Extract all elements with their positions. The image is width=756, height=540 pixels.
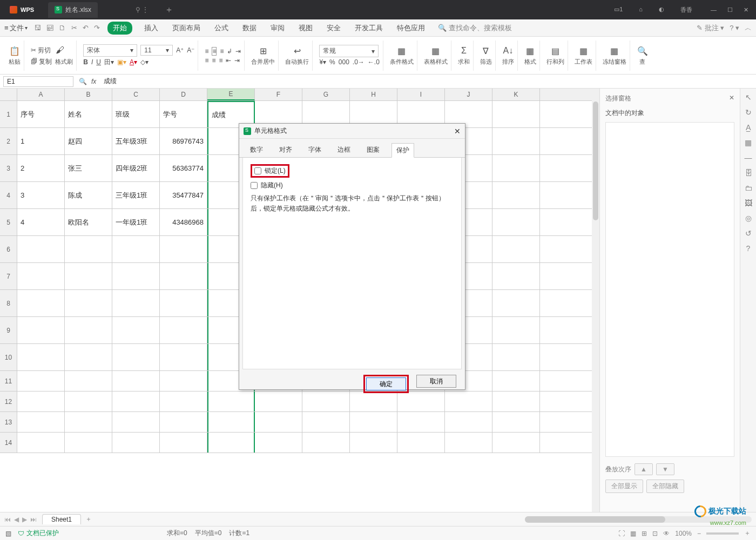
cell[interactable] (397, 412, 445, 432)
align-right-icon[interactable]: ≡ (219, 57, 222, 64)
file-tab[interactable]: 姓名.xlsx (48, 2, 98, 18)
filter-icon[interactable]: ∇ (480, 45, 492, 57)
cell[interactable] (17, 371, 65, 391)
cell[interactable] (65, 317, 112, 343)
cell[interactable] (207, 433, 255, 453)
row-header[interactable]: 3 (0, 155, 17, 181)
app-icon[interactable]: ▧ (5, 530, 11, 537)
cell[interactable]: 学号 (160, 101, 207, 127)
row-header[interactable]: 9 (0, 317, 17, 343)
col-J[interactable]: J (445, 89, 492, 100)
pane-close-icon[interactable]: ✕ (729, 94, 734, 103)
dlg-tab-pattern[interactable]: 图案 (362, 143, 384, 157)
cell[interactable] (65, 412, 112, 432)
col-H[interactable]: H (350, 89, 397, 100)
ok-button[interactable]: 确定 (366, 377, 406, 390)
select-icon[interactable]: ↖ (745, 93, 752, 102)
hidden-checkbox[interactable] (251, 182, 258, 189)
help-icon[interactable]: ? (746, 244, 751, 253)
orientation-icon[interactable]: ↲ (227, 48, 232, 55)
cell[interactable] (255, 433, 302, 453)
cell[interactable] (445, 433, 492, 453)
font-color-button[interactable]: A▾ (130, 58, 137, 66)
sheet-last-icon[interactable]: ⏭ (30, 516, 37, 523)
vertical-scrollbar[interactable] (592, 100, 599, 512)
cell[interactable] (17, 392, 65, 411)
annotate-button[interactable]: ✎ 批注 ▾ (697, 23, 724, 33)
cell[interactable] (160, 371, 207, 391)
zoom-slider[interactable] (706, 532, 739, 535)
view-fullscreen-icon[interactable]: ⛶ (618, 530, 625, 537)
col-F[interactable]: F (255, 89, 302, 100)
cancel-button[interactable]: 取消 (416, 375, 456, 388)
cell[interactable] (492, 317, 540, 343)
sheet-first-icon[interactable]: ⏮ (4, 516, 11, 523)
badge-icon[interactable]: ▭1 (611, 4, 626, 16)
sum-icon[interactable]: Σ (458, 45, 470, 57)
border-button[interactable]: 田▾ (104, 58, 114, 67)
cut-button[interactable]: ✂ 剪切 (31, 46, 51, 55)
row-header[interactable]: 14 (0, 433, 17, 453)
cell[interactable]: 4 (17, 209, 65, 235)
align-middle-icon[interactable]: ≡ (212, 47, 217, 56)
dlg-tab-font[interactable]: 字体 (304, 143, 326, 157)
tab-special[interactable]: 特色应用 (395, 22, 427, 34)
new-tab-button[interactable]: ＋ (165, 4, 173, 16)
cell[interactable] (492, 101, 540, 127)
sheet-next-icon[interactable]: ▶ (22, 516, 27, 523)
cell[interactable] (112, 263, 160, 289)
wrap-icon[interactable]: ⇥ (235, 48, 241, 55)
dec-decimal-icon[interactable]: ←.0 (368, 58, 380, 66)
add-sheet-button[interactable]: ＋ (85, 515, 92, 524)
font-size-select[interactable]: 11▾ (140, 45, 173, 56)
row-header[interactable]: 10 (0, 344, 17, 370)
style-icon[interactable]: A̲ (746, 123, 751, 132)
cell[interactable]: 序号 (17, 101, 65, 127)
cell[interactable] (65, 344, 112, 370)
save-icon[interactable]: 🖫 (34, 24, 41, 32)
tab-data[interactable]: 数据 (240, 22, 259, 34)
number-format-select[interactable]: 常规▾ (319, 45, 379, 57)
rowscols-icon[interactable]: ▤ (549, 45, 561, 57)
col-G[interactable]: G (302, 89, 350, 100)
cell[interactable] (65, 263, 112, 289)
cell[interactable] (492, 182, 540, 208)
cell[interactable] (350, 433, 397, 453)
folder-icon[interactable]: 🗀 (745, 184, 752, 192)
cell[interactable] (302, 412, 350, 432)
cell[interactable]: 欧阳名 (65, 209, 112, 235)
print-icon[interactable]: 🗟 (46, 24, 53, 32)
cond-format-icon[interactable]: ▦ (396, 45, 408, 57)
cell[interactable] (160, 290, 207, 316)
cell[interactable]: 陈成 (65, 182, 112, 208)
move-down-button[interactable]: ▼ (656, 463, 674, 475)
currency-icon[interactable]: ¥▾ (319, 58, 326, 66)
tab-security[interactable]: 安全 (325, 22, 343, 34)
cell[interactable] (17, 433, 65, 453)
cell[interactable]: 1 (17, 128, 65, 154)
tab-start[interactable]: 开始 (107, 22, 132, 35)
cell[interactable] (302, 433, 350, 453)
cell[interactable]: 班级 (112, 101, 160, 127)
dlg-tab-number[interactable]: 数字 (246, 143, 267, 157)
row-header[interactable]: 6 (0, 236, 17, 262)
font-name-select[interactable]: 宋体▾ (83, 44, 137, 57)
col-E[interactable]: E (207, 89, 255, 100)
cell[interactable]: 四年级2班 (112, 155, 160, 181)
cell[interactable] (492, 128, 540, 154)
cell[interactable] (492, 263, 540, 289)
cell[interactable] (17, 344, 65, 370)
close-button[interactable]: ✕ (740, 4, 752, 16)
row-header[interactable]: 12 (0, 392, 17, 411)
cell[interactable] (397, 433, 445, 453)
cell[interactable] (160, 392, 207, 411)
decrease-font-icon[interactable]: A⁻ (187, 46, 194, 54)
fx-icon[interactable]: fx (91, 78, 96, 85)
minimize-button[interactable]: — (707, 4, 720, 15)
pin-icon[interactable]: ⚲ ⋮ (136, 6, 148, 14)
dlg-tab-protect[interactable]: 保护 (392, 143, 414, 158)
cell[interactable] (65, 236, 112, 262)
clear-format-button[interactable]: ◇▾ (140, 58, 148, 66)
lock-checkbox[interactable] (254, 167, 261, 174)
command-search[interactable]: 🔍 查找命令、搜索模板 (438, 23, 512, 33)
